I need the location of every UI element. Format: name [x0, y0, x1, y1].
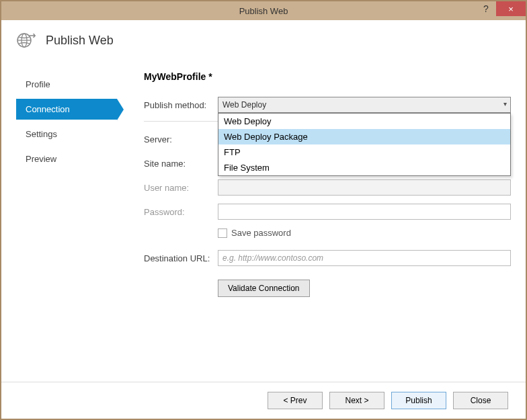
user-name-label: User name:	[144, 183, 218, 193]
save-password-checkbox[interactable]	[218, 228, 227, 238]
publish-method-dropdown: Web Deploy Web Deploy Package FTP File S…	[218, 113, 511, 176]
close-button[interactable]: Close	[453, 392, 508, 409]
dialog-title: Publish Web	[46, 34, 114, 48]
dialog-body: Profile Connection Settings Preview MyWe…	[1, 67, 526, 382]
destination-url-input[interactable]	[218, 250, 511, 266]
destination-url-row: Destination URL:	[144, 250, 511, 266]
sidebar-item-label: Connection	[26, 104, 70, 114]
help-button[interactable]: ?	[476, 1, 496, 16]
publish-method-value: Web Deploy	[222, 100, 266, 110]
close-window-button[interactable]: ×	[496, 1, 526, 16]
main-pane: MyWebProfile * Publish method: Web Deplo…	[117, 67, 511, 382]
globe-publish-icon	[16, 30, 38, 51]
site-name-label: Site name:	[144, 159, 218, 169]
dropdown-option-ftp[interactable]: FTP	[218, 144, 510, 160]
sidebar-item-connection[interactable]: Connection	[16, 99, 117, 120]
publish-button[interactable]: Publish	[391, 392, 446, 409]
sidebar-item-preview[interactable]: Preview	[16, 149, 117, 169]
dropdown-option-web-deploy[interactable]: Web Deploy	[218, 114, 510, 129]
password-row: Password:	[144, 204, 511, 220]
close-icon: ×	[508, 4, 514, 14]
next-button[interactable]: Next >	[329, 392, 384, 409]
sidebar-item-profile[interactable]: Profile	[16, 74, 117, 95]
password-label: Password:	[144, 207, 218, 217]
publish-method-select-wrap: Web Deploy ▾ Web Deploy Web Deploy Packa…	[218, 97, 511, 113]
validate-connection-button[interactable]: Validate Connection	[218, 280, 310, 297]
save-password-label: Save password	[231, 228, 291, 238]
publish-method-label: Publish method:	[144, 100, 218, 110]
password-input[interactable]	[218, 204, 511, 220]
user-name-row: User name:	[144, 179, 511, 196]
publish-method-row: Publish method: Web Deploy ▾ Web Deploy …	[144, 97, 511, 113]
help-icon: ?	[483, 3, 489, 14]
window-title: Publish Web	[239, 6, 288, 16]
profile-title: MyWebProfile *	[144, 71, 511, 82]
sidebar-item-label: Profile	[26, 79, 50, 89]
dialog-header: Publish Web	[1, 20, 526, 67]
destination-url-label: Destination URL:	[144, 253, 218, 263]
sidebar-item-label: Preview	[26, 154, 56, 164]
server-label: Server:	[144, 134, 218, 144]
titlebar-buttons: ? ×	[476, 1, 526, 20]
save-password-row: Save password	[218, 228, 511, 238]
sidebar-item-settings[interactable]: Settings	[16, 124, 117, 144]
titlebar: Publish Web ? ×	[1, 1, 526, 20]
dropdown-option-file-system[interactable]: File System	[218, 160, 510, 175]
user-name-input[interactable]	[218, 179, 511, 196]
sidebar-item-label: Settings	[26, 129, 57, 139]
dropdown-option-web-deploy-package[interactable]: Web Deploy Package	[218, 129, 510, 144]
dialog-footer: < Prev Next > Publish Close	[1, 382, 526, 419]
prev-button[interactable]: < Prev	[268, 392, 323, 409]
publish-method-select[interactable]: Web Deploy	[218, 97, 511, 113]
wizard-sidebar: Profile Connection Settings Preview	[16, 67, 117, 382]
publish-web-dialog: Publish Web ? × Publish Web Profile	[0, 0, 527, 420]
